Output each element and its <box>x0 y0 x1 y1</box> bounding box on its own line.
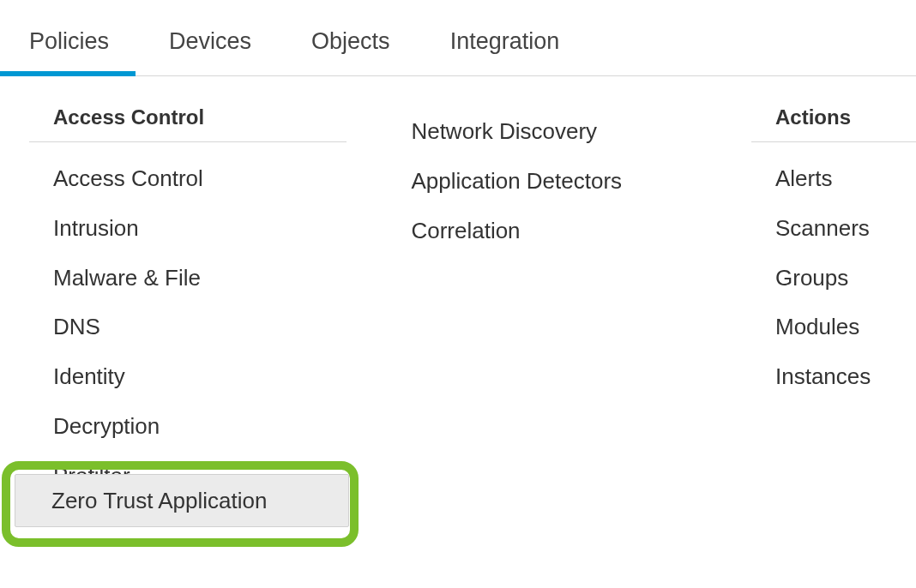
tab-policies[interactable]: Policies <box>29 28 109 55</box>
menu-item-network-discovery[interactable]: Network Discovery <box>411 107 704 157</box>
column-access-control: Access Control Access Control Intrusion … <box>29 102 364 501</box>
menu-item-decryption[interactable]: Decryption <box>29 402 364 452</box>
tab-integration[interactable]: Integration <box>450 28 560 55</box>
column-actions: Actions Alerts Scanners Groups Modules I… <box>751 102 916 501</box>
menu-item-groups[interactable]: Groups <box>751 254 916 303</box>
menu-item-malware-file[interactable]: Malware & File <box>29 254 364 303</box>
menu-item-zero-trust-application[interactable]: Zero Trust Application <box>15 474 349 527</box>
header-actions: Actions <box>751 102 916 142</box>
menu-item-correlation[interactable]: Correlation <box>411 207 704 256</box>
menu-item-scanners[interactable]: Scanners <box>751 204 916 254</box>
column-middle: Network Discovery Application Detectors … <box>411 107 704 501</box>
menu-item-identity[interactable]: Identity <box>29 352 364 402</box>
menu-item-zero-trust-application-label: Zero Trust Application <box>51 488 267 514</box>
menu-item-modules[interactable]: Modules <box>751 303 916 352</box>
menu-item-application-detectors[interactable]: Application Detectors <box>411 157 704 207</box>
top-navigation: Policies Devices Objects Integration <box>0 0 916 76</box>
menu-item-alerts[interactable]: Alerts <box>751 154 916 204</box>
header-access-control: Access Control <box>29 102 347 142</box>
policies-dropdown-panel: Access Control Access Control Intrusion … <box>0 76 916 501</box>
menu-item-access-control[interactable]: Access Control <box>29 154 364 204</box>
tab-devices[interactable]: Devices <box>169 28 251 55</box>
menu-item-instances[interactable]: Instances <box>751 352 916 402</box>
menu-item-intrusion[interactable]: Intrusion <box>29 204 364 254</box>
menu-item-dns[interactable]: DNS <box>29 303 364 352</box>
tab-objects[interactable]: Objects <box>311 28 390 55</box>
